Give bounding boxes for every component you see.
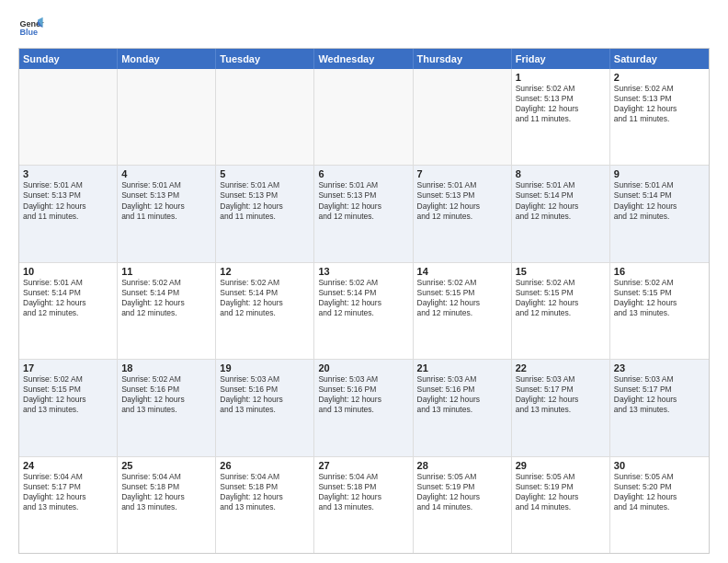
day-number: 18 <box>121 362 211 373</box>
calendar-cell: 4Sunrise: 5:01 AM Sunset: 5:13 PM Daylig… <box>118 166 216 261</box>
calendar-cell <box>414 69 512 165</box>
cell-info: Sunrise: 5:05 AM Sunset: 5:20 PM Dayligh… <box>614 472 705 512</box>
day-number: 2 <box>614 72 705 83</box>
cell-info: Sunrise: 5:01 AM Sunset: 5:13 PM Dayligh… <box>23 180 113 221</box>
cell-info: Sunrise: 5:04 AM Sunset: 5:18 PM Dayligh… <box>220 472 310 512</box>
calendar-cell <box>19 69 118 165</box>
day-number: 30 <box>614 460 705 471</box>
calendar-cell: 29Sunrise: 5:05 AM Sunset: 5:19 PM Dayli… <box>512 457 610 553</box>
cell-info: Sunrise: 5:02 AM Sunset: 5:14 PM Dayligh… <box>318 278 408 318</box>
weekday-header: Tuesday <box>216 49 314 69</box>
calendar-cell: 2Sunrise: 5:02 AM Sunset: 5:13 PM Daylig… <box>610 69 709 165</box>
calendar-row: 3Sunrise: 5:01 AM Sunset: 5:13 PM Daylig… <box>19 166 709 262</box>
weekday-header: Friday <box>512 49 610 69</box>
calendar-cell: 5Sunrise: 5:01 AM Sunset: 5:13 PM Daylig… <box>216 166 314 261</box>
calendar-cell: 11Sunrise: 5:02 AM Sunset: 5:14 PM Dayli… <box>118 263 216 359</box>
svg-text:Blue: Blue <box>19 28 38 37</box>
weekday-header: Wednesday <box>314 49 413 69</box>
day-number: 29 <box>516 460 606 471</box>
calendar-row: 10Sunrise: 5:01 AM Sunset: 5:14 PM Dayli… <box>19 263 709 360</box>
day-number: 12 <box>220 266 310 277</box>
day-number: 10 <box>23 266 113 277</box>
day-number: 28 <box>417 460 507 471</box>
day-number: 4 <box>121 168 211 179</box>
day-number: 21 <box>417 362 507 373</box>
calendar-cell: 21Sunrise: 5:03 AM Sunset: 5:16 PM Dayli… <box>414 360 512 455</box>
calendar-cell: 3Sunrise: 5:01 AM Sunset: 5:13 PM Daylig… <box>19 166 118 261</box>
day-number: 14 <box>417 266 507 277</box>
calendar-cell: 7Sunrise: 5:01 AM Sunset: 5:13 PM Daylig… <box>414 166 512 261</box>
calendar-cell <box>118 69 216 165</box>
calendar-row: 17Sunrise: 5:02 AM Sunset: 5:15 PM Dayli… <box>19 360 709 456</box>
day-number: 1 <box>516 72 606 83</box>
calendar-cell: 13Sunrise: 5:02 AM Sunset: 5:14 PM Dayli… <box>314 263 413 359</box>
cell-info: Sunrise: 5:03 AM Sunset: 5:16 PM Dayligh… <box>220 374 310 415</box>
calendar-cell: 22Sunrise: 5:03 AM Sunset: 5:17 PM Dayli… <box>512 360 610 455</box>
day-number: 3 <box>23 168 113 179</box>
calendar-cell: 14Sunrise: 5:02 AM Sunset: 5:15 PM Dayli… <box>414 263 512 359</box>
cell-info: Sunrise: 5:01 AM Sunset: 5:14 PM Dayligh… <box>516 180 606 221</box>
weekday-header: Sunday <box>19 49 118 69</box>
cell-info: Sunrise: 5:05 AM Sunset: 5:19 PM Dayligh… <box>516 472 606 512</box>
calendar-cell: 8Sunrise: 5:01 AM Sunset: 5:14 PM Daylig… <box>512 166 610 261</box>
calendar-cell: 10Sunrise: 5:01 AM Sunset: 5:14 PM Dayli… <box>19 263 118 359</box>
cell-info: Sunrise: 5:01 AM Sunset: 5:13 PM Dayligh… <box>220 180 310 221</box>
calendar-body: 1Sunrise: 5:02 AM Sunset: 5:13 PM Daylig… <box>19 69 709 553</box>
day-number: 25 <box>121 460 211 471</box>
cell-info: Sunrise: 5:02 AM Sunset: 5:14 PM Dayligh… <box>121 278 211 318</box>
calendar-header: SundayMondayTuesdayWednesdayThursdayFrid… <box>19 49 709 69</box>
calendar-cell <box>216 69 314 165</box>
calendar-cell: 24Sunrise: 5:04 AM Sunset: 5:17 PM Dayli… <box>19 457 118 553</box>
day-number: 16 <box>614 266 705 277</box>
calendar: SundayMondayTuesdayWednesdayThursdayFrid… <box>18 48 710 554</box>
day-number: 7 <box>417 168 507 179</box>
day-number: 19 <box>220 362 310 373</box>
page: General Blue SundayMondayTuesdayWednesda… <box>0 0 728 563</box>
calendar-cell: 25Sunrise: 5:04 AM Sunset: 5:18 PM Dayli… <box>118 457 216 553</box>
day-number: 9 <box>614 168 705 179</box>
cell-info: Sunrise: 5:01 AM Sunset: 5:13 PM Dayligh… <box>318 180 408 221</box>
day-number: 13 <box>318 266 408 277</box>
calendar-cell: 23Sunrise: 5:03 AM Sunset: 5:17 PM Dayli… <box>610 360 709 455</box>
calendar-cell <box>314 69 413 165</box>
cell-info: Sunrise: 5:02 AM Sunset: 5:15 PM Dayligh… <box>516 278 606 318</box>
cell-info: Sunrise: 5:01 AM Sunset: 5:13 PM Dayligh… <box>417 180 507 221</box>
calendar-cell: 16Sunrise: 5:02 AM Sunset: 5:15 PM Dayli… <box>610 263 709 359</box>
day-number: 15 <box>516 266 606 277</box>
cell-info: Sunrise: 5:03 AM Sunset: 5:17 PM Dayligh… <box>614 374 705 415</box>
cell-info: Sunrise: 5:01 AM Sunset: 5:14 PM Dayligh… <box>23 278 113 318</box>
calendar-cell: 26Sunrise: 5:04 AM Sunset: 5:18 PM Dayli… <box>216 457 314 553</box>
weekday-header: Saturday <box>610 49 709 69</box>
day-number: 11 <box>121 266 211 277</box>
day-number: 22 <box>516 362 606 373</box>
header: General Blue <box>18 15 710 40</box>
cell-info: Sunrise: 5:02 AM Sunset: 5:13 PM Dayligh… <box>516 84 606 124</box>
cell-info: Sunrise: 5:03 AM Sunset: 5:16 PM Dayligh… <box>318 374 408 415</box>
calendar-cell: 1Sunrise: 5:02 AM Sunset: 5:13 PM Daylig… <box>512 69 610 165</box>
calendar-cell: 30Sunrise: 5:05 AM Sunset: 5:20 PM Dayli… <box>610 457 709 553</box>
cell-info: Sunrise: 5:02 AM Sunset: 5:15 PM Dayligh… <box>417 278 507 318</box>
logo-icon: General Blue <box>18 15 44 40</box>
cell-info: Sunrise: 5:03 AM Sunset: 5:17 PM Dayligh… <box>516 374 606 415</box>
cell-info: Sunrise: 5:04 AM Sunset: 5:18 PM Dayligh… <box>121 472 211 512</box>
cell-info: Sunrise: 5:02 AM Sunset: 5:13 PM Dayligh… <box>614 84 705 124</box>
calendar-cell: 15Sunrise: 5:02 AM Sunset: 5:15 PM Dayli… <box>512 263 610 359</box>
calendar-cell: 28Sunrise: 5:05 AM Sunset: 5:19 PM Dayli… <box>414 457 512 553</box>
cell-info: Sunrise: 5:02 AM Sunset: 5:15 PM Dayligh… <box>23 374 113 415</box>
day-number: 27 <box>318 460 408 471</box>
calendar-cell: 19Sunrise: 5:03 AM Sunset: 5:16 PM Dayli… <box>216 360 314 455</box>
day-number: 26 <box>220 460 310 471</box>
cell-info: Sunrise: 5:02 AM Sunset: 5:15 PM Dayligh… <box>614 278 705 318</box>
cell-info: Sunrise: 5:02 AM Sunset: 5:16 PM Dayligh… <box>121 374 211 415</box>
calendar-cell: 12Sunrise: 5:02 AM Sunset: 5:14 PM Dayli… <box>216 263 314 359</box>
day-number: 6 <box>318 168 408 179</box>
calendar-row: 24Sunrise: 5:04 AM Sunset: 5:17 PM Dayli… <box>19 457 709 553</box>
calendar-cell: 20Sunrise: 5:03 AM Sunset: 5:16 PM Dayli… <box>314 360 413 455</box>
day-number: 8 <box>516 168 606 179</box>
cell-info: Sunrise: 5:04 AM Sunset: 5:17 PM Dayligh… <box>23 472 113 512</box>
calendar-cell: 27Sunrise: 5:04 AM Sunset: 5:18 PM Dayli… <box>314 457 413 553</box>
calendar-cell: 17Sunrise: 5:02 AM Sunset: 5:15 PM Dayli… <box>19 360 118 455</box>
weekday-header: Thursday <box>414 49 512 69</box>
calendar-cell: 9Sunrise: 5:01 AM Sunset: 5:14 PM Daylig… <box>610 166 709 261</box>
day-number: 24 <box>23 460 113 471</box>
